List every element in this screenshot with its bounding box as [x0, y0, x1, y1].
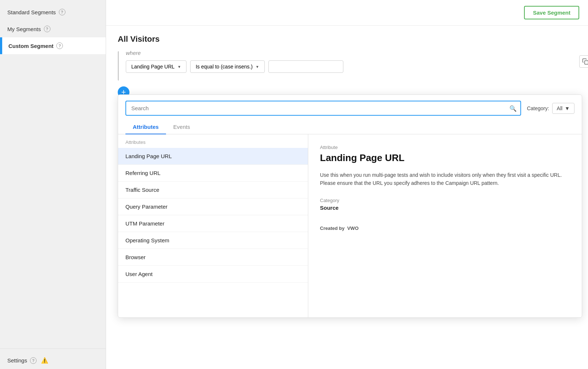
sidebar-item-label: Settings — [7, 357, 27, 364]
attributes-section-header: Attributes — [118, 134, 308, 148]
sidebar: Standard Segments ? My Segments ? Custom… — [0, 0, 106, 369]
chevron-down-icon: ▼ — [565, 105, 570, 111]
operator-label: Is equal to (case insens.) — [196, 64, 253, 70]
sidebar-item-label: Standard Segments — [7, 9, 56, 15]
page-title: All Visitors — [118, 34, 576, 44]
save-segment-button[interactable]: Save Segment — [524, 6, 579, 19]
sidebar-item-settings[interactable]: Settings ? ⚠️ — [0, 352, 106, 369]
attribute-type-label: Attribute — [320, 145, 570, 150]
sidebar-item-my-segments[interactable]: My Segments ? — [0, 20, 106, 37]
tab-events[interactable]: Events — [166, 120, 197, 134]
where-label: where — [126, 50, 576, 56]
attribute-title: Landing Page URL — [320, 152, 570, 164]
warning-icon: ⚠️ — [41, 357, 48, 364]
category-dropdown[interactable]: All ▼ — [552, 103, 574, 114]
copy-button[interactable] — [579, 55, 588, 68]
help-icon[interactable]: ? — [44, 26, 50, 32]
list-item[interactable]: Landing Page URL — [118, 148, 308, 165]
list-item[interactable]: Operating System — [118, 232, 308, 249]
list-item[interactable]: Traffic Source — [118, 182, 308, 198]
attribute-category-label: Category — [320, 198, 570, 203]
help-icon[interactable]: ? — [30, 357, 37, 364]
help-icon[interactable]: ? — [56, 42, 63, 49]
tab-attributes[interactable]: Attributes — [125, 120, 166, 134]
sidebar-item-custom-segment[interactable]: Custom Segment ? — [0, 37, 106, 54]
sidebar-item-label: My Segments — [7, 26, 41, 32]
attribute-created-by: Created by VWO — [320, 225, 570, 231]
attribute-dropdown-panel: 🔍 Category: All ▼ Attributes Events — [118, 94, 582, 318]
operator-selector[interactable]: Is equal to (case insens.) ▼ — [190, 60, 265, 73]
list-item[interactable]: UTM Parameter — [118, 215, 308, 232]
category-section: Category: All ▼ — [527, 103, 574, 114]
condition-row: Landing Page URL ▼ Is equal to (case ins… — [126, 60, 576, 73]
search-icon: 🔍 — [509, 105, 517, 112]
chevron-down-icon: ▼ — [256, 65, 259, 69]
category-label: Category: — [527, 105, 549, 111]
list-item[interactable]: User Agent — [118, 266, 308, 283]
search-box: 🔍 — [125, 101, 521, 116]
main-content: Save Segment All Visitors where Landing … — [106, 0, 588, 369]
attribute-category-value: Source — [320, 205, 570, 211]
attribute-detail: Attribute Landing Page URL Use this when… — [308, 134, 582, 317]
tabs-row: Attributes Events — [118, 120, 582, 134]
list-item[interactable]: Query Parameter — [118, 198, 308, 215]
list-item[interactable]: Referring URL — [118, 165, 308, 182]
top-bar: Save Segment — [106, 0, 588, 26]
sidebar-item-label: Custom Segment — [8, 43, 53, 49]
category-value: All — [557, 105, 563, 111]
dropdown-body: Attributes Landing Page URL Referring UR… — [118, 134, 582, 317]
field-label: Landing Page URL — [131, 64, 174, 70]
svg-rect-0 — [585, 60, 588, 64]
chevron-down-icon: ▼ — [177, 65, 181, 69]
attribute-description: Use this when you run multi-page tests a… — [320, 171, 570, 187]
list-item[interactable]: Browser — [118, 249, 308, 266]
content-area: All Visitors where Landing Page URL ▼ Is… — [106, 26, 588, 369]
attribute-list: Attributes Landing Page URL Referring UR… — [118, 134, 308, 317]
sidebar-item-standard-segments[interactable]: Standard Segments ? — [0, 4, 106, 20]
help-icon[interactable]: ? — [59, 9, 65, 15]
search-input[interactable] — [125, 101, 521, 116]
field-selector[interactable]: Landing Page URL ▼ — [126, 60, 186, 73]
condition-value-input[interactable]: vwo.com — [268, 60, 343, 73]
dropdown-header: 🔍 Category: All ▼ — [118, 95, 582, 116]
